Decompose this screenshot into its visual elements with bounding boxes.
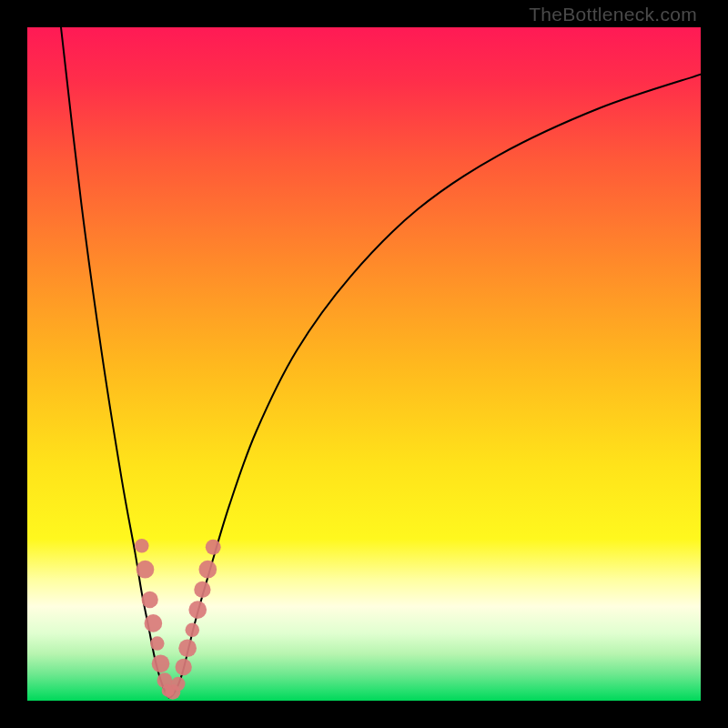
data-marker xyxy=(198,561,217,579)
curve-layer xyxy=(27,27,701,701)
data-marker xyxy=(194,581,210,598)
plot-area xyxy=(27,27,701,701)
data-marker xyxy=(176,659,192,675)
data-marker xyxy=(186,623,199,637)
chart-frame: TheBottleneck.com xyxy=(0,0,728,728)
watermark-text: TheBottleneck.com xyxy=(529,4,697,25)
data-marker xyxy=(152,654,170,672)
data-markers xyxy=(135,539,221,700)
data-marker xyxy=(145,614,163,632)
data-marker xyxy=(206,540,221,555)
data-marker xyxy=(178,639,197,657)
data-marker xyxy=(142,592,158,608)
data-marker xyxy=(135,539,148,552)
data-marker xyxy=(150,636,164,650)
data-marker xyxy=(188,601,207,619)
data-marker xyxy=(171,677,185,691)
data-marker xyxy=(136,561,155,579)
